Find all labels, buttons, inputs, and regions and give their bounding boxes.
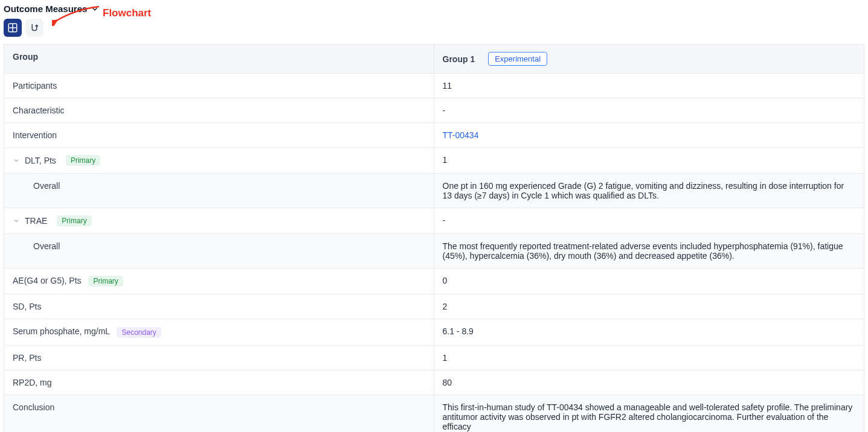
- experimental-badge: Experimental: [488, 52, 547, 66]
- label-trae-overall: Overall: [4, 233, 434, 268]
- annotation: Flowchart: [52, 2, 151, 26]
- row-dlt-overall: Overall One pt in 160 mg experienced Gra…: [4, 173, 864, 208]
- arrow-icon: [52, 2, 100, 26]
- row-sd: SD, Pts 2: [4, 294, 864, 319]
- value-pr: 1: [434, 345, 864, 370]
- value-dlt: 1: [434, 147, 864, 173]
- value-trae-overall: The most frequently reported treatment-r…: [434, 233, 864, 268]
- row-ae-g45: AE(G4 or G5), Pts Primary 0: [4, 268, 864, 294]
- label-intervention: Intervention: [4, 122, 434, 147]
- flowchart-view-button[interactable]: [25, 19, 43, 37]
- row-dlt[interactable]: DLT, Pts Primary 1: [4, 147, 864, 173]
- row-conclusion: Conclusion This first-in-human study of …: [4, 395, 864, 432]
- chevron-down-icon: [13, 217, 20, 224]
- value-trae: -: [434, 208, 864, 233]
- flowchart-icon: [29, 22, 40, 33]
- primary-badge: Primary: [57, 215, 91, 226]
- label-sd: SD, Pts: [4, 294, 434, 319]
- label-dlt-overall: Overall: [4, 173, 434, 208]
- outcome-table: Group Group 1 Experimental Participants …: [4, 44, 864, 432]
- row-intervention: Intervention TT-00434: [4, 122, 864, 147]
- label-trae: TRAE: [25, 216, 47, 226]
- value-sd: 2: [434, 294, 864, 319]
- table-header-row: Group Group 1 Experimental: [4, 45, 864, 73]
- primary-badge: Primary: [88, 276, 123, 287]
- secondary-badge: Secondary: [117, 327, 161, 338]
- label-dlt: DLT, Pts: [25, 156, 56, 165]
- header-group-label: Group: [4, 45, 434, 73]
- value-participants: 11: [434, 73, 864, 98]
- value-characteristic: -: [434, 98, 864, 122]
- grid-icon: [7, 22, 18, 33]
- value-ae-g45: 0: [434, 268, 864, 294]
- row-rp2d: RP2D, mg 80: [4, 370, 864, 395]
- label-pr: PR, Pts: [4, 345, 434, 370]
- chevron-down-icon: [13, 157, 20, 164]
- view-toggle: Flowchart: [4, 19, 864, 37]
- row-characteristic: Characteristic -: [4, 98, 864, 122]
- primary-badge: Primary: [66, 155, 100, 166]
- row-participants: Participants 11: [4, 73, 864, 98]
- value-dlt-overall: One pt in 160 mg experienced Grade (G) 2…: [434, 173, 864, 208]
- value-phosphate: 6.1 - 8.9: [434, 319, 864, 345]
- label-rp2d: RP2D, mg: [4, 370, 434, 395]
- annotation-label: Flowchart: [103, 7, 151, 19]
- value-conclusion: This first-in-human study of TT-00434 sh…: [434, 395, 864, 432]
- label-conclusion: Conclusion: [4, 395, 434, 432]
- row-trae[interactable]: TRAE Primary -: [4, 208, 864, 233]
- label-characteristic: Characteristic: [4, 98, 434, 122]
- header-group1-label: Group 1: [443, 54, 475, 64]
- table-view-button[interactable]: [4, 19, 22, 37]
- label-participants: Participants: [4, 73, 434, 98]
- label-ae-g45: AE(G4 or G5), Pts: [13, 276, 82, 285]
- intervention-link[interactable]: TT-00434: [443, 130, 479, 140]
- value-rp2d: 80: [434, 370, 864, 395]
- row-trae-overall: Overall The most frequently reported tre…: [4, 233, 864, 268]
- row-phosphate: Serum phosphate, mg/mL Secondary 6.1 - 8…: [4, 319, 864, 345]
- label-phosphate: Serum phosphate, mg/mL: [13, 326, 110, 336]
- row-pr: PR, Pts 1: [4, 345, 864, 370]
